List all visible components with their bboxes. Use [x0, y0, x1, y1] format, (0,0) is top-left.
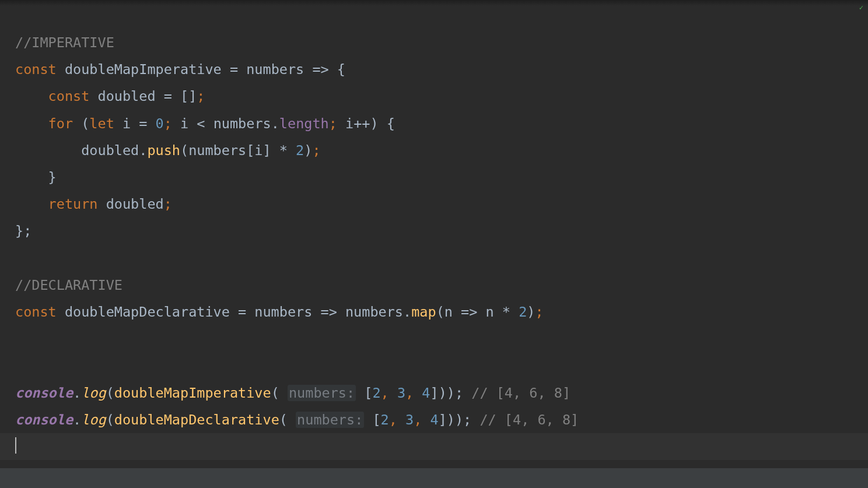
op-inc: ++ [354, 115, 370, 132]
comma: , [405, 385, 422, 401]
op-mul: * [494, 304, 519, 320]
function-call: doubleMapDeclarative [114, 412, 279, 428]
number: 0 [156, 115, 164, 132]
space [57, 304, 65, 320]
space [379, 115, 387, 132]
code-line[interactable]: //DECLARATIVE [15, 272, 868, 299]
number: 4 [422, 385, 430, 401]
code-line-blank[interactable] [15, 245, 868, 272]
number: 2 [372, 385, 380, 401]
code-line[interactable]: console.log(doubleMapDeclarative( number… [15, 406, 868, 433]
semicolon: ; [164, 115, 172, 132]
identifier: i [123, 115, 131, 132]
space [57, 61, 65, 78]
space [73, 115, 81, 132]
number: 2 [519, 304, 527, 320]
top-shadow [0, 0, 868, 6]
paren-close: ) [304, 142, 312, 159]
status-bar[interactable] [0, 468, 868, 488]
space [463, 385, 471, 401]
bracket-open: [ [364, 385, 372, 401]
code-line-blank[interactable] [15, 325, 868, 352]
keyword-return: return [48, 196, 98, 212]
code-line[interactable]: for (let i = 0; i < numbers.length; i++)… [15, 110, 868, 137]
code-line-current[interactable] [0, 433, 868, 460]
empty-array: [] [180, 88, 197, 104]
identifier: doubleMapImperative [65, 61, 222, 78]
dot: . [271, 115, 279, 132]
code-editor[interactable]: ✓ //IMPERATIVE const doubleMapImperative… [0, 0, 868, 488]
paren-open: ( [279, 412, 288, 428]
semicolon: ; [329, 115, 337, 132]
comment: // [4, 6, 8] [471, 385, 570, 401]
comment: //DECLARATIVE [15, 277, 123, 293]
identifier: doubleMapDeclarative [65, 304, 230, 320]
param: numbers [246, 61, 304, 78]
param: numbers [254, 304, 312, 320]
status-check-icon: ✓ [859, 3, 863, 12]
number: 4 [430, 412, 439, 428]
space [172, 115, 180, 132]
indent [15, 142, 81, 159]
code-line[interactable]: return doubled; [15, 191, 868, 217]
param: n [444, 304, 453, 320]
code-line[interactable]: const doubleMapImperative = numbers => { [15, 56, 868, 83]
code-line[interactable]: const doubleMapDeclarative = numbers => … [15, 299, 868, 325]
space [114, 115, 123, 132]
brace-open: { [387, 115, 395, 132]
code-line[interactable]: }; [15, 217, 868, 244]
paren-close: ) [527, 304, 535, 320]
op-mul: * [271, 142, 296, 159]
parameter-hint: numbers: [296, 412, 364, 428]
space [279, 385, 288, 401]
builtin-console: console [15, 412, 73, 428]
identifier: doubled [81, 142, 139, 159]
semicolon: ; [197, 88, 205, 104]
code-line[interactable]: const doubled = []; [15, 83, 868, 110]
code-line[interactable]: console.log(doubleMapImperative( numbers… [15, 380, 868, 406]
code-line[interactable]: doubled.push(numbers[i] * 2); [15, 137, 868, 164]
space [89, 88, 97, 104]
paren-open: ( [436, 304, 444, 320]
keyword-let: let [89, 115, 114, 132]
bracket-close: ] [430, 385, 439, 401]
keyword-for: for [48, 115, 73, 132]
paren-close: ) [370, 115, 379, 132]
paren-open: ( [180, 142, 188, 159]
keyword-const: const [48, 88, 90, 104]
bracket-close: ] [263, 142, 271, 159]
dot: . [403, 304, 411, 320]
identifier: i [345, 115, 354, 132]
space [471, 412, 480, 428]
identifier: n [486, 304, 494, 320]
comma: , [381, 385, 397, 401]
identifier: numbers [188, 142, 246, 159]
keyword-const: const [15, 304, 57, 320]
brace-open: { [337, 61, 345, 78]
paren-open: ( [81, 115, 89, 132]
identifier: doubled [106, 196, 164, 212]
number: 2 [381, 412, 389, 428]
brace-close-semi: }; [15, 223, 32, 239]
op-eq: = [156, 88, 180, 104]
comma: , [414, 412, 430, 428]
paren-open: ( [106, 412, 114, 428]
bracket-open: [ [246, 142, 254, 159]
identifier: i [254, 142, 262, 159]
number: 3 [405, 412, 414, 428]
close-parens-semi: )); [447, 412, 471, 428]
space [337, 115, 345, 132]
comment: // [4, 6, 8] [480, 412, 579, 428]
code-line[interactable]: } [15, 164, 868, 191]
comment: //IMPERATIVE [15, 34, 114, 51]
identifier: numbers [345, 304, 403, 320]
space [364, 412, 372, 428]
indent [15, 88, 48, 104]
code-line-blank[interactable] [15, 352, 868, 379]
method-log: log [81, 385, 106, 401]
property: length [279, 115, 329, 132]
code-line[interactable]: //IMPERATIVE [15, 29, 868, 56]
identifier: i [180, 115, 188, 132]
bracket-open: [ [372, 412, 380, 428]
indent [15, 169, 48, 185]
